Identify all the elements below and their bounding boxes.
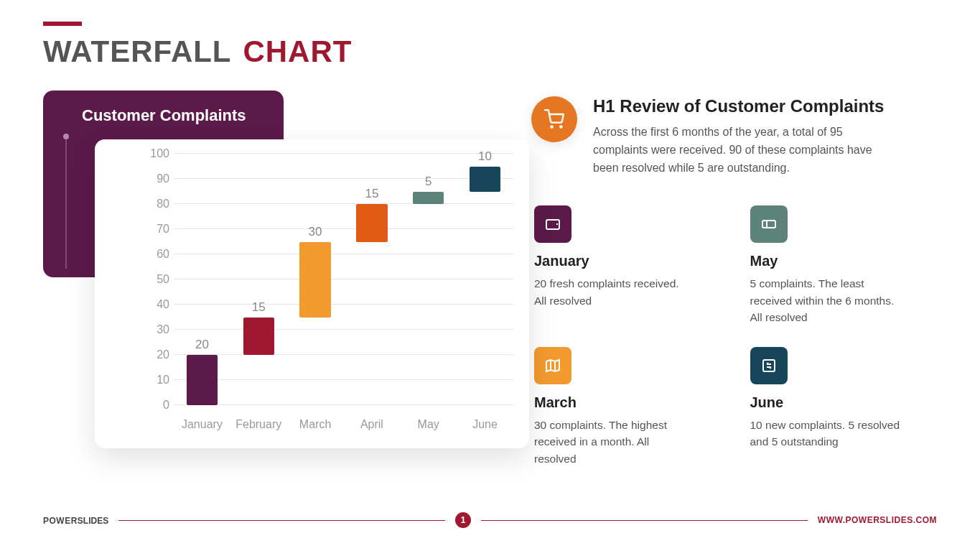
waterfall-plot: 010203040506070809010020153015510 <box>174 154 513 405</box>
chart-bar: 15 <box>356 204 387 242</box>
review-title: H1 Review of Customer Complaints <box>593 96 895 116</box>
footer-brand: POWERSLIDES <box>43 514 108 527</box>
y-tick-label: 70 <box>145 223 169 236</box>
y-tick-label: 60 <box>145 248 169 261</box>
cart-icon <box>531 96 577 142</box>
detail-body: 10 new complaints. 5 resolved and 5 outs… <box>750 417 908 450</box>
svg-rect-3 <box>762 221 775 228</box>
review-header: H1 Review of Customer Complaints Across … <box>531 96 937 177</box>
x-tick-label: April <box>343 418 400 431</box>
footer-rule-right <box>481 520 808 521</box>
svg-point-1 <box>560 126 561 127</box>
y-tick-label: 100 <box>145 147 169 160</box>
x-tick-label: March <box>287 418 344 431</box>
y-tick-label: 90 <box>145 172 169 185</box>
content: Customer Complaints 01020304050607080901… <box>43 91 937 467</box>
chart-card: 010203040506070809010020153015510 Januar… <box>95 139 529 448</box>
bar-value-label: 15 <box>243 300 274 315</box>
page-number: 1 <box>455 512 471 528</box>
detail-body: 5 complaints. The least received within … <box>750 275 908 325</box>
detail-item: June10 new complaints. 5 resolved and 5 … <box>750 347 938 467</box>
detail-month: May <box>750 253 938 269</box>
review-body: Across the first 6 months of the year, a… <box>593 124 895 177</box>
grid-line <box>174 329 513 330</box>
grid-line <box>174 404 513 405</box>
footer-site: WWW.POWERSLIDES.COM <box>818 515 937 525</box>
y-tick-label: 80 <box>145 198 169 210</box>
title-word-1: WATERFALL <box>43 34 231 68</box>
x-tick-label: June <box>457 418 513 431</box>
info-column: H1 Review of Customer Complaints Across … <box>531 91 937 467</box>
grid-line <box>174 354 513 355</box>
review-text: H1 Review of Customer Complaints Across … <box>593 96 895 177</box>
grid-line <box>174 153 513 154</box>
title-accent <box>43 22 82 26</box>
slide: WATERFALL CHART Customer Complaints 0102… <box>0 0 980 551</box>
svg-rect-4 <box>763 360 775 371</box>
svg-point-0 <box>551 126 552 127</box>
footer: POWERSLIDES 1 WWW.POWERSLIDES.COM <box>43 512 937 528</box>
y-tick-label: 10 <box>145 374 169 386</box>
decorative-dot-icon <box>63 134 69 139</box>
wallet-icon <box>534 205 571 243</box>
x-tick-label: May <box>400 418 457 431</box>
decorative-line <box>65 139 67 269</box>
detail-item: January20 fresh complaints received. All… <box>534 205 722 325</box>
chart-bar: 20 <box>187 355 218 405</box>
bar-value-label: 20 <box>187 338 218 352</box>
footer-brand-b: SLIDES <box>78 516 108 526</box>
footer-brand-a: POWER <box>43 516 78 526</box>
chart-bar: 30 <box>299 242 330 318</box>
x-tick-label: February <box>230 418 287 431</box>
chart-title: Customer Complaints <box>62 106 265 125</box>
title-word-2: CHART <box>243 34 352 68</box>
page-title: WATERFALL CHART <box>43 34 937 69</box>
detail-month: January <box>534 253 722 269</box>
y-tick-label: 0 <box>145 399 169 412</box>
grid-line <box>174 379 513 380</box>
chart-bar: 5 <box>413 192 444 205</box>
grid-line <box>174 203 513 204</box>
grid-line <box>174 254 513 254</box>
footer-rule-left <box>118 520 445 521</box>
map-icon <box>534 347 571 384</box>
swap-icon <box>750 347 788 384</box>
detail-item: March30 complaints. The highest received… <box>534 347 722 467</box>
y-tick-label: 20 <box>145 348 169 361</box>
bar-value-label: 5 <box>413 175 444 189</box>
detail-month: March <box>534 394 722 411</box>
detail-month: June <box>750 394 938 411</box>
grid-line <box>174 279 513 279</box>
detail-body: 20 fresh complaints received. All resolv… <box>534 275 692 309</box>
bar-value-label: 15 <box>356 187 387 201</box>
x-tick-label: January <box>174 418 230 431</box>
ticket-icon <box>750 205 788 243</box>
chart-bar: 15 <box>243 318 274 356</box>
detail-grid: January20 fresh complaints received. All… <box>531 205 937 467</box>
y-tick-label: 30 <box>145 323 169 336</box>
y-tick-label: 40 <box>145 298 169 311</box>
chart-column: Customer Complaints 01020304050607080901… <box>43 91 503 467</box>
grid-line <box>174 178 513 179</box>
detail-item: May5 complaints. The least received with… <box>750 205 938 325</box>
bar-value-label: 10 <box>470 149 500 164</box>
chart-bar: 10 <box>470 167 500 192</box>
bar-value-label: 30 <box>299 225 330 239</box>
x-axis-labels: JanuaryFebruaryMarchAprilMayJune <box>174 418 513 431</box>
y-tick-label: 50 <box>145 273 169 286</box>
grid-line <box>174 304 513 305</box>
detail-body: 30 complaints. The highest received in a… <box>534 417 692 467</box>
grid-line <box>174 228 513 229</box>
